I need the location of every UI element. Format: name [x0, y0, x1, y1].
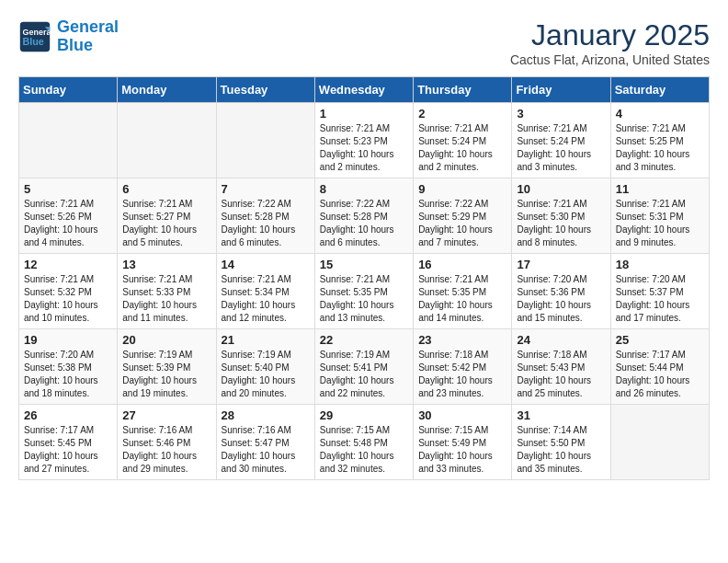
day-number: 6	[122, 182, 210, 196]
calendar-day-cell: 2Sunrise: 7:21 AMSunset: 5:24 PMDaylight…	[414, 103, 512, 178]
day-number: 20	[122, 333, 210, 347]
calendar-week-row: 19Sunrise: 7:20 AMSunset: 5:38 PMDayligh…	[19, 329, 710, 405]
day-info: Sunrise: 7:21 AMSunset: 5:33 PMDaylight:…	[122, 273, 210, 325]
day-info: Sunrise: 7:22 AMSunset: 5:28 PMDaylight:…	[320, 198, 408, 249]
day-info: Sunrise: 7:15 AMSunset: 5:49 PMDaylight:…	[418, 424, 506, 476]
calendar-day-cell: 12Sunrise: 7:21 AMSunset: 5:32 PMDayligh…	[19, 254, 118, 329]
calendar-day-cell	[216, 103, 314, 178]
calendar-day-cell	[610, 405, 709, 480]
calendar-header: SundayMondayTuesdayWednesdayThursdayFrid…	[19, 77, 710, 103]
calendar-day-cell: 14Sunrise: 7:21 AMSunset: 5:34 PMDayligh…	[216, 254, 314, 329]
day-info: Sunrise: 7:22 AMSunset: 5:29 PMDaylight:…	[418, 198, 506, 249]
day-info: Sunrise: 7:21 AMSunset: 5:26 PMDaylight:…	[24, 198, 112, 249]
day-info: Sunrise: 7:21 AMSunset: 5:30 PMDaylight:…	[517, 198, 605, 249]
day-number: 8	[320, 182, 408, 196]
calendar-day-cell: 27Sunrise: 7:16 AMSunset: 5:46 PMDayligh…	[118, 405, 216, 480]
calendar-body: 1Sunrise: 7:21 AMSunset: 5:23 PMDaylight…	[19, 103, 710, 480]
day-number: 11	[616, 182, 704, 196]
day-number: 10	[517, 182, 605, 196]
calendar-day-cell: 1Sunrise: 7:21 AMSunset: 5:23 PMDaylight…	[314, 103, 413, 178]
day-number: 14	[222, 258, 310, 271]
day-number: 16	[418, 258, 506, 271]
calendar-day-cell: 7Sunrise: 7:22 AMSunset: 5:28 PMDaylight…	[216, 178, 314, 254]
day-info: Sunrise: 7:20 AMSunset: 5:38 PMDaylight:…	[24, 349, 112, 400]
day-number: 1	[320, 107, 408, 121]
calendar-day-cell: 21Sunrise: 7:19 AMSunset: 5:40 PMDayligh…	[216, 329, 314, 405]
calendar-week-row: 1Sunrise: 7:21 AMSunset: 5:23 PMDaylight…	[19, 103, 710, 178]
day-info: Sunrise: 7:21 AMSunset: 5:23 PMDaylight:…	[320, 122, 408, 174]
logo-text: General Blue	[57, 18, 119, 55]
page-header: General Blue General Blue January 2025 C…	[18, 18, 710, 67]
calendar-day-cell: 16Sunrise: 7:21 AMSunset: 5:35 PMDayligh…	[414, 254, 512, 329]
calendar-day-cell: 29Sunrise: 7:15 AMSunset: 5:48 PMDayligh…	[314, 405, 413, 480]
day-info: Sunrise: 7:19 AMSunset: 5:41 PMDaylight:…	[320, 349, 408, 400]
weekday-header-monday: Monday	[118, 77, 216, 103]
day-number: 2	[418, 107, 506, 121]
day-info: Sunrise: 7:21 AMSunset: 5:27 PMDaylight:…	[122, 198, 210, 249]
day-number: 21	[222, 333, 310, 347]
day-info: Sunrise: 7:21 AMSunset: 5:24 PMDaylight:…	[517, 122, 605, 174]
day-number: 23	[418, 333, 506, 347]
day-info: Sunrise: 7:19 AMSunset: 5:39 PMDaylight:…	[122, 349, 210, 400]
day-number: 3	[517, 107, 605, 121]
calendar-week-row: 12Sunrise: 7:21 AMSunset: 5:32 PMDayligh…	[19, 254, 710, 329]
weekday-header-thursday: Thursday	[414, 77, 512, 103]
calendar-day-cell: 11Sunrise: 7:21 AMSunset: 5:31 PMDayligh…	[610, 178, 709, 254]
day-number: 27	[122, 408, 210, 422]
calendar-day-cell: 30Sunrise: 7:15 AMSunset: 5:49 PMDayligh…	[414, 405, 512, 480]
day-number: 12	[24, 258, 112, 271]
day-info: Sunrise: 7:21 AMSunset: 5:25 PMDaylight:…	[616, 122, 704, 174]
calendar-day-cell: 9Sunrise: 7:22 AMSunset: 5:29 PMDaylight…	[414, 178, 512, 254]
logo-icon: General Blue	[18, 20, 51, 53]
day-info: Sunrise: 7:21 AMSunset: 5:31 PMDaylight:…	[616, 198, 704, 249]
weekday-header-friday: Friday	[512, 77, 610, 103]
calendar-week-row: 26Sunrise: 7:17 AMSunset: 5:45 PMDayligh…	[19, 405, 710, 480]
day-number: 9	[418, 182, 506, 196]
day-number: 24	[517, 333, 605, 347]
day-number: 15	[320, 258, 408, 271]
calendar-day-cell: 25Sunrise: 7:17 AMSunset: 5:44 PMDayligh…	[610, 329, 709, 405]
calendar-day-cell: 23Sunrise: 7:18 AMSunset: 5:42 PMDayligh…	[414, 329, 512, 405]
calendar-day-cell: 8Sunrise: 7:22 AMSunset: 5:28 PMDaylight…	[314, 178, 413, 254]
day-number: 31	[517, 408, 605, 422]
calendar-day-cell: 15Sunrise: 7:21 AMSunset: 5:35 PMDayligh…	[314, 254, 413, 329]
day-number: 19	[24, 333, 112, 347]
day-info: Sunrise: 7:14 AMSunset: 5:50 PMDaylight:…	[517, 424, 605, 476]
day-number: 29	[320, 408, 408, 422]
weekday-header-wednesday: Wednesday	[314, 77, 413, 103]
location-subtitle: Cactus Flat, Arizona, United States	[510, 52, 710, 67]
day-number: 28	[222, 408, 310, 422]
calendar-day-cell: 22Sunrise: 7:19 AMSunset: 5:41 PMDayligh…	[314, 329, 413, 405]
title-area: January 2025 Cactus Flat, Arizona, Unite…	[510, 18, 710, 67]
day-number: 13	[122, 258, 210, 271]
day-info: Sunrise: 7:18 AMSunset: 5:43 PMDaylight:…	[517, 349, 605, 400]
day-info: Sunrise: 7:21 AMSunset: 5:34 PMDaylight:…	[222, 273, 310, 325]
day-info: Sunrise: 7:16 AMSunset: 5:47 PMDaylight:…	[222, 424, 310, 476]
weekday-header-sunday: Sunday	[19, 77, 118, 103]
day-number: 17	[517, 258, 605, 271]
calendar-day-cell: 5Sunrise: 7:21 AMSunset: 5:26 PMDaylight…	[19, 178, 118, 254]
day-number: 7	[222, 182, 310, 196]
svg-text:Blue: Blue	[23, 36, 44, 47]
day-number: 18	[616, 258, 704, 271]
day-info: Sunrise: 7:17 AMSunset: 5:45 PMDaylight:…	[24, 424, 112, 476]
day-info: Sunrise: 7:21 AMSunset: 5:32 PMDaylight:…	[24, 273, 112, 325]
day-info: Sunrise: 7:17 AMSunset: 5:44 PMDaylight:…	[616, 349, 704, 400]
calendar-day-cell: 3Sunrise: 7:21 AMSunset: 5:24 PMDaylight…	[512, 103, 610, 178]
day-info: Sunrise: 7:15 AMSunset: 5:48 PMDaylight:…	[320, 424, 408, 476]
day-number: 22	[320, 333, 408, 347]
day-number: 25	[616, 333, 704, 347]
calendar-day-cell: 4Sunrise: 7:21 AMSunset: 5:25 PMDaylight…	[610, 103, 709, 178]
calendar-day-cell	[19, 103, 118, 178]
calendar-day-cell: 26Sunrise: 7:17 AMSunset: 5:45 PMDayligh…	[19, 405, 118, 480]
day-number: 5	[24, 182, 112, 196]
day-number: 4	[616, 107, 704, 121]
calendar-day-cell: 10Sunrise: 7:21 AMSunset: 5:30 PMDayligh…	[512, 178, 610, 254]
day-info: Sunrise: 7:19 AMSunset: 5:40 PMDaylight:…	[222, 349, 310, 400]
logo: General Blue General Blue	[18, 18, 119, 55]
day-info: Sunrise: 7:21 AMSunset: 5:35 PMDaylight:…	[320, 273, 408, 325]
day-info: Sunrise: 7:18 AMSunset: 5:42 PMDaylight:…	[418, 349, 506, 400]
day-info: Sunrise: 7:20 AMSunset: 5:37 PMDaylight:…	[616, 273, 704, 325]
calendar-table: SundayMondayTuesdayWednesdayThursdayFrid…	[18, 76, 710, 480]
month-title: January 2025	[510, 18, 710, 52]
